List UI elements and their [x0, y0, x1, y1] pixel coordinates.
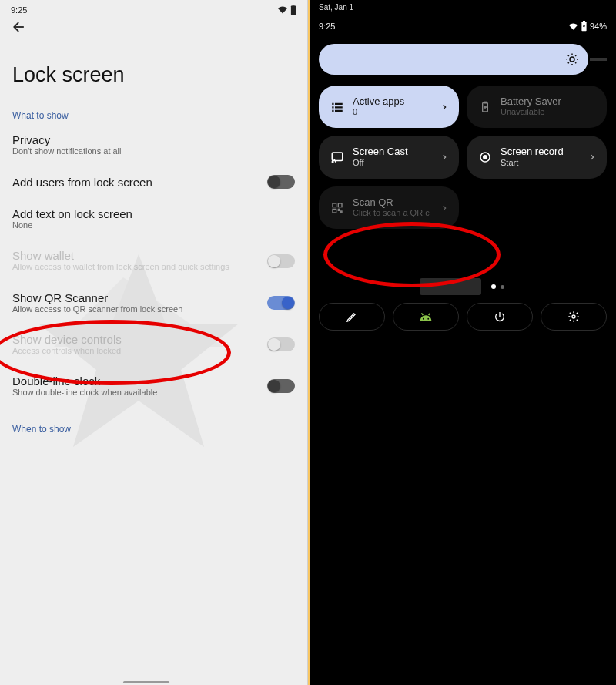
- svg-rect-23: [338, 209, 340, 210]
- svg-line-28: [429, 314, 430, 316]
- cast-icon: [330, 150, 344, 164]
- svg-rect-2: [291, 6, 296, 15]
- item-controls-sub: Access controls when locked: [12, 346, 259, 356]
- svg-point-26: [427, 318, 429, 320]
- item-double-line-clock[interactable]: Double-line clock Show double-line clock…: [0, 365, 307, 407]
- nav-hint-bar: [123, 681, 169, 683]
- item-show-wallet-title: Show wallet: [12, 249, 259, 262]
- tile-screen-cast-sub: Off: [353, 158, 433, 168]
- wifi-icon: [568, 22, 578, 31]
- svg-line-27: [422, 314, 424, 316]
- svg-rect-9: [332, 106, 333, 108]
- tile-scan-qr-title: Scan QR: [353, 197, 433, 208]
- item-add-text[interactable]: Add text on lock screen None: [0, 198, 307, 240]
- item-clock-title: Double-line clock: [12, 374, 259, 388]
- svg-rect-3: [292, 5, 294, 6]
- item-show-qr-sub: Allow access to QR scanner from lock scr…: [12, 304, 259, 314]
- svg-rect-20: [333, 203, 336, 207]
- gear-icon: [567, 311, 580, 323]
- item-privacy-sub: Don't show notifications at all: [12, 146, 287, 156]
- svg-point-19: [484, 156, 487, 159]
- svg-rect-11: [335, 102, 343, 104]
- svg-rect-10: [332, 109, 333, 111]
- toggle-show-wallet: [267, 254, 295, 268]
- list-icon: [330, 100, 344, 114]
- tile-battery-saver-title: Battery Saver: [500, 96, 596, 107]
- status-time-right: 9:25: [319, 22, 335, 31]
- chevron-right-icon: [440, 152, 448, 163]
- svg-rect-24: [340, 211, 342, 213]
- battery-saver-icon: [479, 101, 491, 113]
- media-placeholder: [420, 278, 481, 295]
- user-button[interactable]: [393, 303, 459, 331]
- tile-active-apps-title: Active apps: [353, 96, 433, 107]
- status-date: Sat, Jan 1: [310, 0, 616, 12]
- tile-battery-saver-sub: Unavailable: [500, 107, 596, 117]
- svg-rect-12: [335, 106, 343, 108]
- item-add-users-title: Add users from lock screen: [12, 176, 259, 189]
- chevron-right-icon: [440, 203, 448, 213]
- item-show-wallet-sub: Allow access to wallet from lock screen …: [12, 262, 259, 272]
- brightness-slider[interactable]: [319, 44, 588, 75]
- back-button[interactable]: [11, 18, 28, 35]
- item-privacy-title: Privacy: [12, 133, 287, 146]
- status-time: 9:25: [11, 5, 27, 15]
- toggle-double-line-clock[interactable]: [267, 379, 295, 393]
- item-controls-title: Show device controls: [12, 333, 259, 346]
- svg-rect-21: [338, 203, 342, 207]
- qr-icon: [331, 202, 343, 214]
- quick-settings-panel: Sat, Jan 1 9:25 94% Active apps 0: [308, 0, 616, 685]
- pencil-icon: [346, 311, 358, 323]
- svg-rect-13: [335, 109, 343, 111]
- power-button[interactable]: [467, 303, 533, 331]
- item-add-text-title: Add text on lock screen: [12, 207, 287, 220]
- battery-percent: 94%: [590, 22, 607, 31]
- tile-scan-qr[interactable]: Scan QR Click to scan a QR c: [319, 186, 459, 229]
- page-dot-1[interactable]: [491, 284, 496, 289]
- toggle-show-qr[interactable]: [267, 296, 295, 310]
- brightness-slider-row: [310, 36, 616, 82]
- toggle-add-users[interactable]: [267, 175, 295, 189]
- section-when-to-show: When to show: [0, 407, 307, 438]
- svg-rect-5: [583, 21, 585, 22]
- settings-lock-screen-panel: 9:25 Lock screen What to show Privacy Do…: [0, 0, 308, 685]
- svg-point-25: [423, 318, 424, 320]
- power-icon: [494, 311, 506, 323]
- svg-rect-22: [333, 209, 336, 213]
- svg-point-17: [332, 161, 333, 163]
- status-bar: 9:25: [0, 0, 307, 17]
- item-show-qr-title: Show QR Scanner: [12, 291, 259, 304]
- svg-rect-8: [332, 102, 333, 104]
- chevron-right-icon: [440, 102, 448, 112]
- tile-scan-qr-sub: Click to scan a QR c: [353, 208, 433, 218]
- item-clock-sub: Show double-line clock when available: [12, 388, 259, 398]
- section-what-to-show: What to show: [0, 93, 307, 124]
- item-add-users[interactable]: Add users from lock screen: [0, 166, 307, 198]
- tile-active-apps[interactable]: Active apps 0: [319, 86, 459, 128]
- battery-icon: [290, 5, 296, 15]
- page-dot-2[interactable]: [500, 285, 504, 289]
- tile-screen-record[interactable]: Screen record Start: [467, 136, 607, 178]
- tile-screen-cast[interactable]: Screen Cast Off: [319, 136, 459, 178]
- toggle-device-controls: [267, 337, 295, 351]
- item-show-wallet: Show wallet Allow access to wallet from …: [0, 240, 307, 281]
- item-privacy[interactable]: Privacy Don't show notifications at all: [0, 124, 307, 166]
- tile-battery-saver[interactable]: Battery Saver Unavailable: [467, 86, 607, 128]
- edit-button[interactable]: [319, 303, 385, 331]
- svg-point-7: [570, 57, 574, 62]
- item-show-qr-scanner[interactable]: Show QR Scanner Allow access to QR scann…: [0, 282, 307, 324]
- brightness-icon: [565, 52, 579, 66]
- arrow-left-icon: [12, 19, 27, 35]
- wifi-icon: [277, 5, 288, 15]
- android-icon: [417, 311, 434, 323]
- brightness-track-remainder: [590, 58, 607, 61]
- status-bar-right: 9:25 94%: [310, 12, 616, 36]
- svg-rect-15: [484, 102, 487, 102]
- item-add-text-sub: None: [12, 220, 287, 230]
- item-show-device-controls: Show device controls Access controls whe…: [0, 324, 307, 365]
- tile-screen-record-sub: Start: [500, 158, 581, 168]
- svg-point-29: [572, 315, 575, 318]
- page-indicator: [310, 232, 616, 297]
- tile-active-apps-sub: 0: [353, 107, 433, 117]
- settings-button[interactable]: [541, 303, 607, 331]
